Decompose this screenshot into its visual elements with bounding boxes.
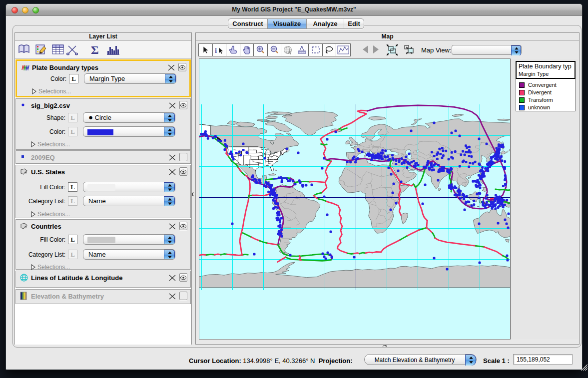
svg-text:i: i xyxy=(215,46,217,54)
svg-text:Σ: Σ xyxy=(91,43,99,56)
